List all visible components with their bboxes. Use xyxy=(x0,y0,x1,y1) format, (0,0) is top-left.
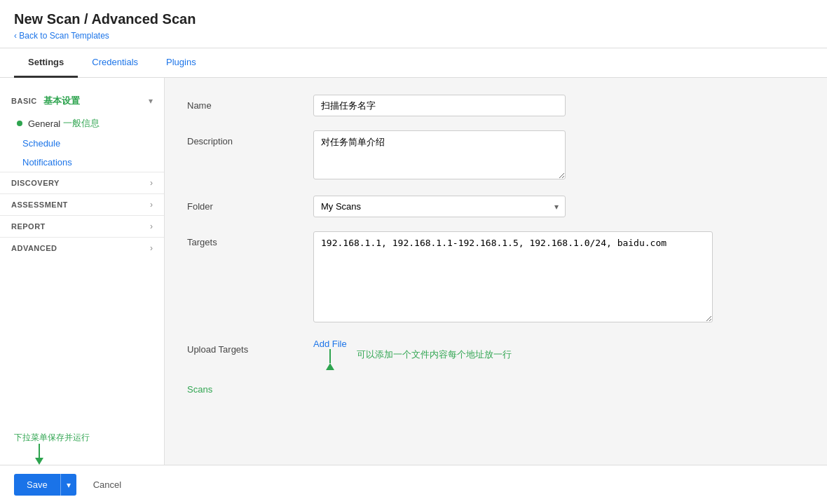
sidebar-general-label: General xyxy=(28,118,60,129)
scans-note: Scans xyxy=(187,384,805,395)
sidebar-basic-label: BASIC xyxy=(11,97,37,105)
name-label: Name xyxy=(187,95,313,111)
sidebar-section-assessment[interactable]: ASSESSMENT › xyxy=(0,193,164,215)
name-control xyxy=(313,95,805,116)
save-annotation-block: 下拉菜单保存并运行 xyxy=(14,432,90,465)
add-file-link[interactable]: Add File xyxy=(313,339,347,349)
sidebar-item-notifications[interactable]: Notifications xyxy=(0,153,164,172)
tab-plugins[interactable]: Plugins xyxy=(152,48,210,78)
basic-chevron-icon: ▾ xyxy=(149,96,153,106)
save-arrow-container xyxy=(35,444,43,465)
tab-bar: Settings Credentials Plugins xyxy=(0,48,827,78)
form-row-folder: Folder My Scans All Scans ▾ xyxy=(187,196,805,217)
sidebar-section-basic: BASIC 基本设置 ▾ xyxy=(0,89,164,113)
sidebar-section-report[interactable]: REPORT › xyxy=(0,215,164,237)
add-file-annotation: 可以添加一个文件内容每个地址放一行 xyxy=(357,348,512,361)
folder-select-wrapper: My Scans All Scans ▾ xyxy=(313,196,566,217)
add-file-arrow-annotation: Add File xyxy=(313,339,347,370)
content-area: Name Description 对任务简单介绍 Folder My Scans… xyxy=(165,78,827,498)
add-file-arrow-up-icon xyxy=(326,363,334,370)
sidebar-item-general[interactable]: General 一般信息 xyxy=(0,113,164,134)
add-file-arrow-line xyxy=(329,349,331,363)
folder-control: My Scans All Scans ▾ xyxy=(313,196,805,217)
save-button[interactable]: Save xyxy=(14,474,60,496)
sidebar-section-advanced[interactable]: ADVANCED › xyxy=(0,237,164,259)
sidebar-item-schedule[interactable]: Schedule xyxy=(0,134,164,153)
tab-settings[interactable]: Settings xyxy=(14,48,78,78)
folder-label: Folder xyxy=(187,196,313,212)
report-arrow-icon: › xyxy=(150,222,153,231)
tab-credentials[interactable]: Credentials xyxy=(78,48,152,78)
save-annotation-text: 下拉菜单保存并运行 xyxy=(14,432,90,444)
sidebar-assessment-label: ASSESSMENT xyxy=(11,200,68,209)
upload-row: Add File 可以添加一个文件内容每个地址放一行 xyxy=(313,339,805,370)
targets-label: Targets xyxy=(187,231,313,247)
back-link[interactable]: Back to Scan Templates xyxy=(14,31,109,41)
description-label: Description xyxy=(187,130,313,147)
form-row-description: Description 对任务简单介绍 xyxy=(187,130,805,182)
assessment-arrow-icon: › xyxy=(150,200,153,210)
general-dot-icon xyxy=(17,121,22,126)
upload-targets-label: Upload Targets xyxy=(187,339,313,355)
footer: Save ▾ Cancel xyxy=(0,465,827,498)
sidebar-section-discovery[interactable]: DISCOVERY › xyxy=(0,172,164,193)
sidebar-basic-header[interactable]: BASIC 基本设置 ▾ xyxy=(11,95,153,107)
targets-control: 192.168.1.1, 192.168.1.1-192.168.1.5, 19… xyxy=(313,231,805,325)
discovery-arrow-icon: › xyxy=(150,178,153,188)
save-arrow-line xyxy=(39,444,40,458)
targets-textarea[interactable]: 192.168.1.1, 192.168.1.1-192.168.1.5, 19… xyxy=(313,231,713,322)
save-arrow-down-icon xyxy=(35,458,43,465)
save-dropdown-button[interactable]: ▾ xyxy=(60,474,76,496)
form-row-name: Name xyxy=(187,95,805,116)
save-button-group: Save ▾ xyxy=(14,474,76,496)
cancel-button[interactable]: Cancel xyxy=(85,474,130,496)
sidebar-basic-label-cn: 基本设置 xyxy=(43,95,80,106)
description-textarea[interactable]: 对任务简单介绍 xyxy=(313,130,566,179)
upload-targets-control: Add File 可以添加一个文件内容每个地址放一行 xyxy=(313,339,805,370)
sidebar-advanced-label: ADVANCED xyxy=(11,244,57,252)
main-layout: BASIC 基本设置 ▾ General 一般信息 Schedule Notif… xyxy=(0,78,827,498)
page-title: New Scan / Advanced Scan xyxy=(14,11,813,27)
description-control: 对任务简单介绍 xyxy=(313,130,805,182)
form-row-targets: Targets 192.168.1.1, 192.168.1.1-192.168… xyxy=(187,231,805,325)
sidebar-report-label: REPORT xyxy=(11,222,46,231)
advanced-arrow-icon: › xyxy=(150,243,153,253)
sidebar-discovery-label: DISCOVERY xyxy=(11,179,60,187)
folder-select[interactable]: My Scans All Scans xyxy=(313,196,566,217)
name-input[interactable] xyxy=(313,95,566,116)
page-header: New Scan / Advanced Scan Back to Scan Te… xyxy=(0,0,827,48)
sidebar-general-label-cn: 一般信息 xyxy=(63,117,100,130)
form-row-upload-targets: Upload Targets Add File 可以添加一个文件内容每个地址放一… xyxy=(187,339,805,370)
